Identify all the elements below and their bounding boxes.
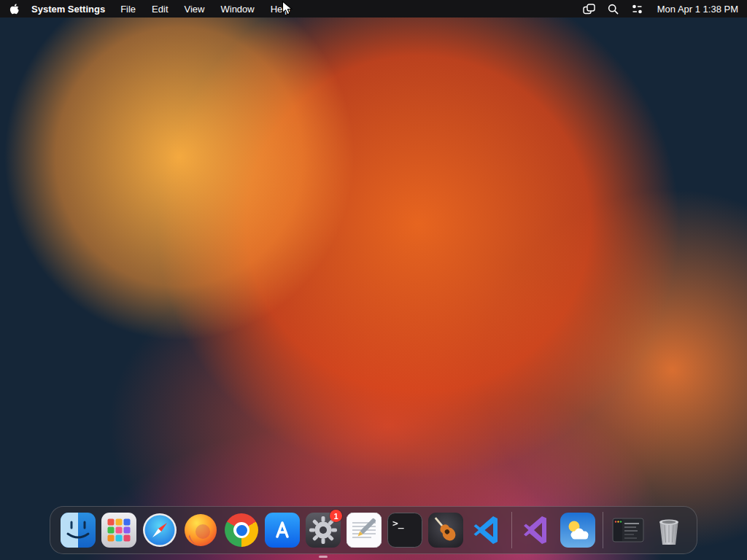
app-store-icon [265, 513, 300, 548]
finder-icon [61, 513, 96, 548]
dock-item-firefox[interactable] [180, 510, 221, 551]
menu-bar: System Settings File Edit View Window He… [0, 0, 747, 18]
stage-manager-icon[interactable] [583, 4, 595, 15]
dock-item-finder[interactable] [58, 510, 98, 551]
dock-item-textedit[interactable] [344, 510, 384, 551]
dock-item-garageband[interactable] [425, 510, 466, 551]
notification-badge: 1 [330, 510, 342, 522]
dock-item-system-settings[interactable]: 1 [303, 510, 344, 551]
dock-item-chrome[interactable] [221, 510, 262, 551]
active-app-name[interactable]: System Settings [31, 4, 105, 15]
chrome-icon [225, 513, 258, 547]
firefox-icon [183, 513, 218, 548]
apple-icon [9, 3, 20, 15]
menu-help[interactable]: Help [263, 4, 298, 15]
launchpad-icon [101, 513, 136, 548]
apple-menu[interactable] [9, 3, 20, 15]
dock-item-safari[interactable] [139, 510, 180, 551]
menu-edit[interactable]: Edit [144, 4, 176, 15]
running-app-indicator [319, 556, 328, 558]
menu-window[interactable]: Window [212, 4, 262, 15]
dock-divider [511, 512, 512, 548]
minimized-window-icon [611, 513, 646, 548]
svg-text:>_: >_ [392, 518, 404, 529]
dock-item-minimized-window[interactable] [608, 510, 649, 551]
vscode-icon [469, 513, 504, 548]
terminal-icon: >_ [387, 513, 422, 548]
menu-bar-left: System Settings File Edit View Window He… [9, 3, 298, 15]
dock-item-weather[interactable] [557, 510, 598, 551]
garageband-icon [428, 513, 463, 548]
weather-icon [560, 513, 595, 548]
menu-file[interactable]: File [112, 4, 144, 15]
dock-item-trash[interactable] [649, 510, 689, 551]
dock-divider [603, 512, 603, 548]
visual-studio-icon [519, 513, 554, 548]
dock-item-app-store[interactable] [262, 510, 303, 551]
dock: 1 >_ [50, 506, 697, 554]
desktop-wallpaper: System Settings File Edit View Window He… [0, 0, 747, 560]
search-icon[interactable] [608, 4, 619, 15]
dock-item-terminal[interactable]: >_ [384, 510, 425, 551]
dock-item-launchpad[interactable] [98, 510, 139, 551]
menu-bar-clock[interactable]: Mon Apr 1 1:38 PM [657, 4, 738, 15]
textedit-icon [347, 513, 382, 548]
menu-view[interactable]: View [177, 4, 213, 15]
dock-item-visual-studio[interactable] [516, 510, 557, 551]
safari-icon [142, 513, 177, 548]
dock-item-vscode[interactable] [466, 510, 507, 551]
menu-bar-status-area: Mon Apr 1 1:38 PM [583, 4, 738, 15]
trash-icon [651, 513, 686, 548]
control-center-icon[interactable] [631, 4, 643, 15]
